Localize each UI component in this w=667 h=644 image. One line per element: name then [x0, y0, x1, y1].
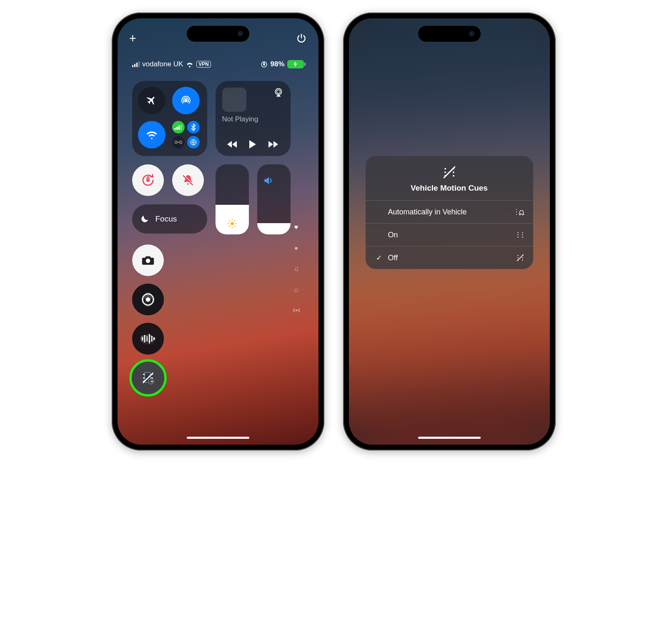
svg-point-9 — [231, 222, 234, 225]
speaker-icon — [263, 176, 274, 185]
svg-point-75 — [444, 171, 446, 173]
motion-cues-off-icon — [442, 165, 456, 179]
svg-point-88 — [517, 236, 518, 237]
option-label: On — [388, 231, 512, 239]
silent-mode-toggle[interactable] — [172, 164, 204, 196]
svg-line-15 — [234, 226, 235, 227]
focus-button[interactable]: Focus — [132, 204, 207, 234]
option-off[interactable]: ✓ Off — [366, 246, 533, 269]
svg-rect-1 — [263, 64, 265, 65]
page-indicator[interactable]: ♥ ● ♫ ⌂ — [293, 224, 300, 314]
svg-point-97 — [522, 259, 523, 260]
camera-button[interactable] — [132, 244, 164, 276]
now-playing-tile[interactable]: Not Playing — [216, 81, 291, 156]
screen-recording-button[interactable] — [132, 284, 164, 315]
svg-point-85 — [522, 214, 523, 215]
favorites-page-icon[interactable]: ♥ — [294, 224, 298, 231]
personal-hotspot-toggle[interactable] — [172, 136, 185, 148]
vehicle-icon — [515, 207, 525, 216]
motion-cues-off-icon — [516, 253, 525, 262]
iphone-frame-right: Vehicle Motion Cues Automatically in Veh… — [343, 13, 556, 450]
iphone-frame-left: + vodafone UK VPN 98% — [112, 13, 324, 450]
svg-point-68 — [143, 377, 145, 379]
battery-icon — [287, 60, 304, 68]
fast-forward-button[interactable] — [267, 140, 279, 148]
focus-label: Focus — [155, 214, 177, 224]
svg-point-90 — [522, 234, 523, 235]
connectivity-expand[interactable] — [172, 121, 200, 148]
svg-point-96 — [522, 257, 523, 258]
svg-point-31 — [145, 259, 150, 263]
dynamic-island — [418, 26, 481, 42]
svg-point-87 — [517, 234, 518, 235]
option-auto-in-vehicle[interactable]: Automatically in Vehicle — [366, 200, 533, 223]
option-label: Automatically in Vehicle — [388, 208, 511, 216]
carrier-label: vodafone UK — [142, 60, 183, 68]
cellular-signal-icon — [132, 61, 140, 67]
svg-point-81 — [516, 209, 517, 210]
home-indicator[interactable] — [187, 437, 249, 439]
volume-slider[interactable] — [257, 164, 291, 234]
svg-line-14 — [229, 221, 230, 221]
svg-point-67 — [143, 374, 145, 375]
svg-point-2 — [184, 99, 188, 102]
bluetooth-toggle[interactable] — [187, 121, 200, 133]
airplay-button[interactable] — [273, 88, 284, 98]
svg-line-17 — [234, 221, 235, 221]
cellular-data-toggle[interactable] — [172, 121, 185, 133]
svg-point-93 — [517, 257, 518, 258]
svg-point-89 — [522, 232, 523, 233]
screen-motion-cues-popup: Vehicle Motion Cues Automatically in Veh… — [349, 18, 550, 445]
connectivity-tile[interactable] — [132, 81, 207, 156]
power-button[interactable] — [296, 33, 307, 44]
vpn-toggle[interactable] — [187, 136, 200, 148]
svg-line-16 — [229, 226, 230, 227]
wifi-toggle[interactable] — [138, 121, 165, 148]
rewind-button[interactable] — [227, 140, 238, 148]
option-label: Off — [388, 254, 512, 262]
vpn-badge: VPN — [196, 61, 211, 68]
battery-percent: 98% — [270, 60, 284, 68]
svg-point-86 — [517, 232, 518, 233]
now-playing-label: Not Playing — [222, 115, 284, 123]
sun-icon — [227, 219, 237, 229]
music-page-icon[interactable]: ♫ — [294, 265, 299, 273]
svg-point-91 — [522, 236, 523, 237]
option-on[interactable]: On — [366, 223, 533, 246]
svg-point-4 — [275, 88, 281, 95]
control-center-body: Not Playing — [132, 81, 304, 428]
svg-point-82 — [516, 211, 517, 212]
svg-point-74 — [444, 168, 446, 170]
airdrop-toggle[interactable] — [172, 87, 200, 114]
dynamic-island — [187, 26, 249, 42]
popup-title: Vehicle Motion Cues — [411, 184, 488, 193]
svg-point-84 — [520, 214, 521, 215]
svg-line-73 — [143, 373, 153, 383]
moon-icon — [140, 214, 150, 224]
svg-point-71 — [151, 377, 153, 379]
status-bar: vodafone UK VPN 98% — [132, 60, 304, 68]
home-indicator[interactable] — [418, 437, 481, 439]
svg-point-18 — [296, 310, 297, 311]
orientation-lock-status-icon — [261, 61, 268, 68]
connectivity-page-icon[interactable] — [293, 307, 300, 314]
play-button[interactable] — [248, 139, 257, 149]
airplane-mode-toggle[interactable] — [138, 87, 165, 114]
sound-recognition-button[interactable] — [132, 323, 164, 355]
svg-point-83 — [516, 214, 517, 215]
motion-cues-on-icon — [516, 230, 525, 239]
album-art-placeholder — [222, 88, 246, 112]
svg-point-5 — [276, 90, 280, 93]
svg-rect-6 — [146, 179, 150, 182]
vehicle-motion-cues-button[interactable] — [129, 359, 167, 397]
checkmark-icon: ✓ — [374, 254, 384, 262]
page-dot[interactable]: ● — [294, 244, 298, 252]
add-control-button[interactable]: + — [129, 31, 137, 45]
svg-point-42 — [145, 297, 150, 302]
screen-control-center: + vodafone UK VPN 98% — [118, 18, 318, 445]
orientation-lock-toggle[interactable] — [132, 164, 164, 196]
svg-point-79 — [452, 175, 454, 177]
brightness-slider[interactable] — [216, 164, 249, 234]
svg-point-92 — [517, 255, 518, 256]
home-page-icon[interactable]: ⌂ — [294, 286, 298, 294]
